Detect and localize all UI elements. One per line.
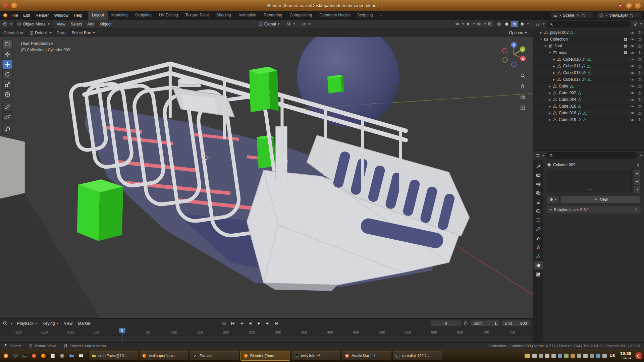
properties-tab-world[interactable] bbox=[534, 207, 543, 215]
taskbar-window[interactable]: twily.info ~/ - ... bbox=[291, 351, 341, 361]
properties-tab-physics[interactable] bbox=[534, 234, 543, 242]
remove-material-slot-button[interactable] bbox=[634, 178, 641, 185]
tool-add-cube[interactable] bbox=[2, 125, 12, 134]
window-shade-button[interactable]: ▾ bbox=[617, 3, 623, 9]
properties-tab-tool[interactable] bbox=[534, 162, 543, 170]
timeline-ruler[interactable]: -200-150-100-500501001502002503003504004… bbox=[0, 327, 533, 336]
previous-keyframe-button[interactable] bbox=[237, 320, 246, 327]
eye-icon[interactable] bbox=[630, 117, 635, 122]
camera-icon[interactable] bbox=[637, 57, 642, 62]
workspace-tab-geometry-nodes[interactable]: Geometry Nodes bbox=[316, 11, 354, 20]
browse-material-button[interactable] bbox=[547, 196, 559, 203]
drag-grip-icon[interactable] bbox=[634, 207, 638, 212]
workspace-tab-uv-editing[interactable]: UV Editing bbox=[155, 11, 182, 20]
workspace-tab-compositing[interactable]: Compositing bbox=[286, 11, 316, 20]
properties-tab-output[interactable] bbox=[534, 180, 543, 188]
filter-icon[interactable] bbox=[633, 22, 638, 27]
viewport-navigation-gizmo[interactable]: Z Y X bbox=[500, 41, 528, 70]
launcher-text-editor[interactable] bbox=[49, 352, 57, 360]
play-button[interactable] bbox=[255, 320, 263, 327]
properties-tab-object[interactable] bbox=[534, 216, 543, 224]
eye-icon[interactable] bbox=[630, 37, 635, 42]
launcher-applications-menu[interactable] bbox=[2, 352, 10, 360]
properties-tab-scene[interactable] bbox=[534, 198, 543, 206]
next-keyframe-button[interactable] bbox=[264, 320, 272, 327]
zoom-icon[interactable] bbox=[520, 73, 526, 78]
eye-icon[interactable] bbox=[630, 111, 635, 116]
outliner-row-cube-019[interactable]: ▶Cube.019 bbox=[533, 116, 644, 123]
pin-icon[interactable] bbox=[636, 163, 641, 167]
launcher-file-manager[interactable] bbox=[67, 352, 75, 360]
drag-dropdown[interactable]: Select Box bbox=[69, 29, 97, 36]
autokey-toggle-button[interactable] bbox=[220, 320, 228, 327]
menu-window[interactable]: Window bbox=[51, 12, 71, 19]
tool-scale[interactable] bbox=[2, 80, 12, 89]
jump-to-end-button[interactable] bbox=[272, 320, 280, 327]
camera-icon[interactable] bbox=[637, 97, 642, 102]
workspace-tab-shading[interactable]: Shading bbox=[213, 11, 235, 20]
green-cube-bottom-left[interactable] bbox=[77, 179, 123, 241]
workspace-tab-modeling[interactable]: Modeling bbox=[108, 11, 131, 20]
babylon-section-header[interactable]: Babylon.js ver 3.3.1 bbox=[547, 206, 641, 214]
material-preview-shading-button[interactable] bbox=[511, 21, 518, 27]
eye-icon[interactable] bbox=[630, 104, 635, 109]
outliner-row-cube-013[interactable]: ▶Cube.013 bbox=[533, 69, 644, 76]
remove-viewlayer-icon[interactable] bbox=[635, 13, 639, 17]
workspace-tab-layout[interactable]: Layout bbox=[88, 11, 108, 20]
solid-shading-button[interactable] bbox=[503, 21, 511, 27]
green-cube-top[interactable] bbox=[249, 67, 279, 112]
properties-tab-render[interactable] bbox=[534, 171, 543, 179]
camera-icon[interactable] bbox=[637, 111, 642, 115]
auto-keying-icon[interactable] bbox=[463, 321, 468, 326]
expander-arrow[interactable]: ▶ bbox=[539, 31, 543, 34]
tray-network[interactable] bbox=[545, 354, 549, 358]
properties-tab-material[interactable] bbox=[534, 261, 543, 269]
checkbox-icon[interactable] bbox=[623, 51, 628, 55]
launcher-image-editor[interactable] bbox=[58, 352, 66, 360]
tool-annotate[interactable] bbox=[2, 102, 12, 112]
tray-volume[interactable] bbox=[551, 354, 556, 358]
toggle-xray-icon[interactable] bbox=[488, 21, 493, 26]
new-viewlayer-icon[interactable] bbox=[629, 13, 634, 18]
tool-box-select[interactable] bbox=[2, 40, 12, 49]
expander-arrow[interactable]: ▶ bbox=[548, 92, 551, 95]
camera-icon[interactable] bbox=[637, 37, 642, 42]
outliner-row-collection[interactable]: ▼Collection bbox=[533, 36, 644, 43]
snap-toggle[interactable] bbox=[284, 21, 298, 27]
tray-updates[interactable] bbox=[564, 354, 569, 358]
expander-arrow[interactable]: ▶ bbox=[548, 118, 551, 121]
tray-notes[interactable] bbox=[525, 354, 530, 358]
outliner-row-cube-011[interactable]: ▶Cube.011 bbox=[533, 63, 644, 69]
workspace-tab-scripting[interactable]: Scripting bbox=[354, 11, 377, 20]
power-button[interactable] bbox=[635, 352, 642, 359]
menu-help[interactable]: Help bbox=[71, 12, 85, 19]
proportional-editing-toggle[interactable] bbox=[300, 21, 313, 27]
outliner-row-cube-010[interactable]: ▶Cube.010 bbox=[533, 56, 644, 63]
visibility-dropdown-icon[interactable] bbox=[455, 21, 460, 26]
keyboard-layout-indicator[interactable]: US bbox=[610, 354, 615, 358]
eye-icon[interactable] bbox=[630, 57, 635, 62]
taskbar-window[interactable]: AnalieStar | H... bbox=[342, 351, 391, 361]
workspace-add-button[interactable]: + bbox=[377, 12, 385, 18]
expander-arrow[interactable]: ▼ bbox=[548, 51, 551, 54]
tray-messages[interactable] bbox=[571, 354, 575, 358]
new-scene-icon[interactable] bbox=[581, 13, 586, 18]
workspace-tab-animation[interactable]: Animation bbox=[235, 11, 260, 20]
editor-type-icon[interactable] bbox=[3, 21, 8, 26]
camera-icon[interactable] bbox=[637, 70, 642, 75]
menu-file[interactable]: File bbox=[9, 12, 20, 19]
tool-rotate[interactable] bbox=[2, 70, 12, 79]
eye-icon[interactable] bbox=[630, 30, 635, 35]
properties-tab-data[interactable] bbox=[534, 252, 543, 260]
taskbar-window[interactable]: Blender [/hom... bbox=[240, 351, 290, 361]
eye-icon[interactable] bbox=[630, 97, 635, 102]
viewport-menu-view[interactable]: View bbox=[54, 21, 68, 27]
window-menu-icon[interactable] bbox=[3, 3, 9, 8]
outliner-search-input[interactable] bbox=[554, 22, 628, 26]
expander-arrow[interactable]: ▼ bbox=[544, 45, 547, 48]
outliner-row-cube[interactable]: ▶Cube bbox=[533, 83, 644, 89]
viewport-menu-select[interactable]: Select bbox=[68, 21, 85, 27]
launcher-browser[interactable] bbox=[39, 352, 47, 360]
camera-icon[interactable] bbox=[637, 50, 642, 55]
expander-arrow[interactable]: ▶ bbox=[552, 71, 556, 74]
